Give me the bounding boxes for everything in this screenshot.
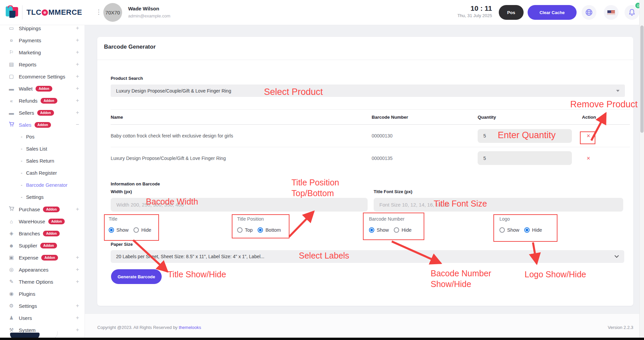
sidebar-subitem-barcode-generator[interactable]: -Barcode Generator bbox=[0, 179, 85, 191]
cart-icon bbox=[8, 122, 15, 128]
sidebar-item-label: Sales bbox=[19, 122, 32, 128]
expand-plus-icon[interactable]: + bbox=[76, 278, 79, 285]
sidebar-item-purchase[interactable]: PurchaseAddon+ bbox=[0, 203, 85, 215]
card-icon: ▬ bbox=[8, 110, 15, 116]
expand-plus-icon[interactable]: + bbox=[76, 73, 79, 80]
sidebar-item-payments[interactable]: ¤Payments+ bbox=[0, 34, 85, 46]
person-icon: ☻ bbox=[8, 243, 15, 248]
language-globe-button[interactable] bbox=[582, 5, 596, 20]
brand-text: TLC⊕MMERCE bbox=[26, 8, 82, 17]
clear-cache-button[interactable]: Clear Cache bbox=[528, 5, 577, 20]
annotation-enter-quantity: Enter Quantity bbox=[498, 130, 556, 141]
sidebar-item-appearances[interactable]: ◎Appearances+ bbox=[0, 264, 85, 276]
expand-plus-icon[interactable]: + bbox=[76, 49, 79, 56]
expand-plus-icon[interactable]: + bbox=[76, 254, 79, 261]
banknote-icon: ▣ bbox=[8, 254, 15, 261]
sidebar-subitem-pos[interactable]: -Pos bbox=[0, 131, 85, 143]
sidebar-item-shippings[interactable]: ▭Shippings+ bbox=[0, 25, 85, 34]
sidebar-item-label: Refunds bbox=[19, 98, 38, 104]
paper-size-select[interactable]: 20 Labels per Sheet, Sheet Size: 8.5" x … bbox=[111, 250, 624, 263]
version-text: Version 2.2.3 bbox=[608, 325, 633, 330]
table-header-quantity: Quantity bbox=[478, 115, 582, 120]
paper-size-label: Paper Size bbox=[111, 242, 133, 247]
sidebar-item-users[interactable]: ♟Users+ bbox=[0, 312, 85, 324]
sidebar-item-branches[interactable]: ◈BranchesAddon bbox=[0, 227, 85, 239]
sidebar-item-label: Appearances bbox=[19, 267, 48, 273]
addon-badge: Addon bbox=[43, 231, 60, 236]
sidebar-item-marketing[interactable]: ⚐Marketing+ bbox=[0, 46, 85, 58]
expand-plus-icon[interactable]: + bbox=[76, 206, 79, 213]
sidebar-subitem-settings[interactable]: -Settings bbox=[0, 191, 85, 203]
sidebar-item-wallet[interactable]: ▬WalletAddon+ bbox=[0, 82, 85, 95]
sidebar-item-refunds[interactable]: «RefundsAddon+ bbox=[0, 95, 85, 107]
kebab-menu-icon[interactable]: ⋮ bbox=[96, 8, 102, 16]
sidebar-item-expense[interactable]: ▣ExpenseAddon+ bbox=[0, 251, 85, 264]
sidebar-item-label: Users bbox=[19, 315, 32, 321]
title-font-size-input[interactable] bbox=[374, 198, 623, 212]
avatar[interactable]: 70X70 bbox=[103, 3, 122, 22]
expand-plus-icon[interactable]: + bbox=[76, 37, 79, 44]
scrollbar-thumb[interactable] bbox=[640, 25, 644, 133]
map-pin-icon: ◈ bbox=[8, 230, 15, 236]
barcode-number-cell: 00000135 bbox=[372, 156, 478, 161]
sidebar-subitem-cash-register[interactable]: -Cash Register bbox=[0, 167, 85, 179]
product-search-select[interactable]: Luxury Design Propose/Couple/Gift & Love… bbox=[111, 84, 625, 97]
bell-icon bbox=[628, 8, 636, 16]
sidebar-item-settings[interactable]: ⚙Settings+ bbox=[0, 300, 85, 312]
quantity-input[interactable] bbox=[478, 151, 572, 165]
sidebar-item-warehouse[interactable]: ⌂WareHouseAddon bbox=[0, 215, 85, 227]
sidebar-subitem-sales-return[interactable]: -Sales Return bbox=[0, 155, 85, 167]
users-icon: ♟ bbox=[8, 315, 15, 321]
addon-badge: Addon bbox=[41, 255, 58, 261]
expand-plus-icon[interactable]: + bbox=[76, 302, 79, 309]
table-header-action: Action bbox=[582, 115, 630, 120]
annotation-select-product: Select Product bbox=[264, 87, 323, 98]
subitem-dash: - bbox=[21, 134, 22, 139]
user-email: admin@example.com bbox=[128, 13, 170, 18]
barcode-generator-card bbox=[97, 37, 633, 306]
gear-icon: ⚙ bbox=[8, 303, 15, 309]
barcode-number-cell: 00000130 bbox=[372, 133, 478, 138]
sidebar-item-sellers[interactable]: ▬SellersAddon+ bbox=[0, 107, 85, 119]
expand-plus-icon[interactable]: + bbox=[76, 25, 79, 32]
clock-date: Thu, 31 July 2025 bbox=[438, 13, 492, 18]
expand-plus-icon[interactable]: + bbox=[76, 315, 79, 321]
sidebar-item-theme-options[interactable]: ✎Theme Options+ bbox=[0, 276, 85, 288]
sidebar-subitem-label: Sales List bbox=[26, 146, 47, 152]
window-scrollbar[interactable] bbox=[639, 0, 644, 340]
annotation-box-logo bbox=[493, 214, 557, 242]
expand-plus-icon[interactable]: + bbox=[76, 85, 79, 92]
sidebar-item-supplier[interactable]: ☻SupplierAddon bbox=[0, 239, 85, 251]
logo[interactable]: TLC⊕MMERCE bbox=[5, 4, 82, 21]
copyright-text: Copyright @2023. All Rights Reserved by … bbox=[97, 325, 201, 330]
expand-plus-icon[interactable]: + bbox=[76, 97, 79, 104]
expand-plus-icon[interactable]: + bbox=[76, 109, 79, 116]
annotation-line: Title Position bbox=[291, 177, 339, 188]
sidebar-item-ecommerce-settings[interactable]: ▢Ecommerce Settings+ bbox=[0, 70, 85, 82]
report-icon: ▤ bbox=[8, 61, 15, 67]
plug-icon: ◉ bbox=[8, 291, 15, 297]
window-icon: ▢ bbox=[8, 73, 15, 79]
collapse-minus-icon[interactable]: − bbox=[76, 121, 79, 128]
expand-plus-icon[interactable]: + bbox=[76, 61, 79, 68]
themelooks-link[interactable]: themelooks bbox=[179, 325, 201, 330]
sidebar-item-sales[interactable]: SalesAddon− bbox=[0, 119, 85, 131]
annotation-line: Remove Product bbox=[570, 99, 638, 110]
sidebar-item-label: Branches bbox=[19, 231, 40, 236]
sidebar-subitem-sales-list[interactable]: -Sales List bbox=[0, 143, 85, 155]
subitem-dash: - bbox=[21, 170, 22, 176]
locale-flag-button[interactable] bbox=[604, 5, 619, 20]
sidebar-item-label: Plugins bbox=[19, 291, 35, 297]
remove-product-button[interactable]: × bbox=[587, 155, 590, 161]
sidebar-item-plugins[interactable]: ◉Plugins bbox=[0, 288, 85, 300]
pos-button[interactable]: Pos bbox=[499, 5, 524, 20]
subitem-dash: - bbox=[21, 158, 22, 164]
generate-barcode-button[interactable]: Generate Barcode bbox=[111, 269, 162, 284]
product-name-cell: Luxury Design Propose/Couple/Gift & Love… bbox=[111, 156, 372, 161]
table-header-row: NameBarcode NumberQuantityAction bbox=[111, 109, 630, 125]
sidebar-item-reports[interactable]: ▤Reports+ bbox=[0, 58, 85, 70]
expand-plus-icon[interactable]: + bbox=[76, 327, 79, 333]
expand-plus-icon[interactable]: + bbox=[76, 266, 79, 273]
annotation-line: Enter Quantity bbox=[498, 130, 556, 141]
sidebar-subitem-label: Sales Return bbox=[26, 158, 54, 164]
